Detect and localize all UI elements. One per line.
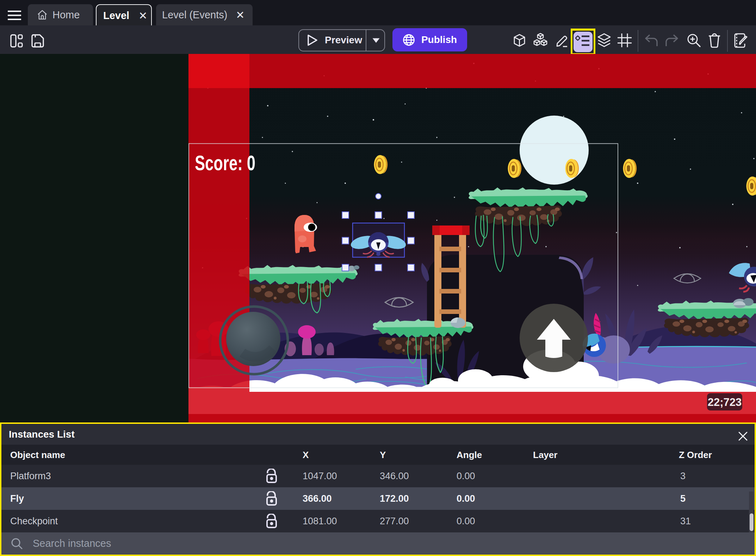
svg-text:Score: 0: Score: 0 — [195, 151, 255, 175]
svg-text:22;723: 22;723 — [708, 396, 742, 408]
